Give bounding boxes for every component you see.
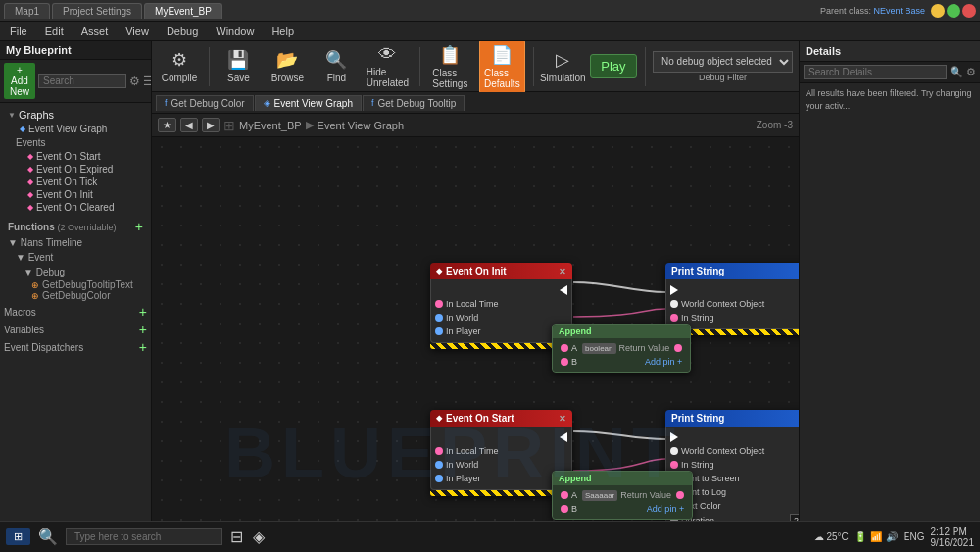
parent-class-info: Parent class: NEvent Base [820, 6, 925, 16]
class-settings-button[interactable]: 📋 Class Settings [427, 41, 473, 94]
tab-bar: f Get Debug Color ◈ Event View Graph f G… [152, 92, 799, 114]
nans-event-label: ▼ Event [4, 250, 147, 265]
start-button[interactable]: ⊞ [6, 528, 30, 545]
taskbar-sys-icons: 🔋 📶 🔊 [855, 531, 898, 542]
blueprint-canvas[interactable]: ◆ Event On Init ✕ In Local Time [152, 137, 799, 552]
menu-debug[interactable]: Debug [163, 24, 202, 39]
add-function-button[interactable]: + [135, 220, 143, 233]
details-search-bar: 🔍 ⚙ [800, 62, 980, 83]
breadcrumb-bar: ★ ◀ ▶ ⊞ MyEvent_BP ▶ Event View Graph Zo… [152, 114, 799, 137]
menu-help[interactable]: Help [268, 24, 298, 39]
menu-asset[interactable]: Asset [77, 24, 113, 39]
append-2-node[interactable]: Append A Saaaaar Return Value B Add pin … [552, 471, 693, 520]
in-string-pin-1: In String [666, 311, 799, 325]
append2-a-dot [561, 491, 568, 499]
add-pin-btn-2[interactable]: Add pin + [647, 504, 684, 514]
details-settings-icon[interactable]: ⚙ [966, 66, 976, 78]
right-panel: Details 🔍 ⚙ All results have been filter… [799, 41, 980, 552]
in-world-start-dot [435, 461, 443, 469]
event-on-expired[interactable]: ◆ Event On Expired [12, 163, 147, 176]
in-player-pin: In Player [431, 325, 571, 338]
title-tab-project-settings[interactable]: Project Settings [52, 3, 142, 19]
append-1-body: A boolean Return Value B Add pin + [553, 338, 690, 372]
details-search-icon[interactable]: 🔍 [950, 66, 963, 78]
find-button[interactable]: 🔍 Find [315, 44, 358, 88]
title-tab-myevent-bp[interactable]: MyEvent_BP [144, 3, 222, 19]
add-variable-button[interactable]: + [139, 323, 147, 336]
tab-get-debug-tooltip[interactable]: f Get Debug Tooltip [363, 95, 465, 111]
compile-button[interactable]: ⚙ Compile [158, 44, 201, 88]
print-string-1-title: Print String [671, 266, 724, 276]
tab-fn-icon-1: f [165, 98, 168, 108]
details-search-input[interactable] [804, 65, 947, 79]
menu-file[interactable]: File [6, 24, 31, 39]
debug-filter-area: No debug object selected Debug Filter [653, 51, 793, 82]
print-string-1-header: Print String ▶ [665, 263, 799, 279]
tab-event-view-graph[interactable]: ◈ Event View Graph [255, 95, 362, 111]
minimize-button[interactable] [931, 4, 945, 18]
event-on-cleared[interactable]: ◆ Event On Cleared [12, 201, 147, 214]
add-dispatcher-button[interactable]: + [139, 340, 147, 354]
forward-button[interactable]: ▶ [202, 118, 220, 132]
event-on-start-header: ◆ Event On Start ✕ [430, 410, 572, 427]
add-new-button[interactable]: + Add New [4, 63, 35, 99]
star-button[interactable]: ★ [158, 118, 176, 132]
debug-object-select[interactable]: No debug object selected [653, 51, 793, 73]
variables-section: Variables + [0, 321, 151, 338]
event-on-init[interactable]: ◆ Event On Init [12, 188, 147, 201]
in-world-start: In World [431, 458, 571, 472]
browse-button[interactable]: 📂 Browse [266, 44, 309, 88]
my-blueprint-label: My Blueprint [6, 44, 72, 56]
my-blueprint-header: My Blueprint [0, 41, 151, 60]
taskbar-search-input[interactable] [66, 528, 222, 545]
print-string-2-title: Print String [671, 413, 724, 424]
event-view-graph-item[interactable]: ◆ Event View Graph [4, 123, 147, 135]
class-defaults-icon: 📄 [491, 44, 513, 66]
taskbar-task-view-icon[interactable]: ⊟ [228, 526, 245, 548]
maximize-button[interactable] [947, 4, 960, 18]
left-search-input[interactable] [38, 74, 126, 88]
close-button[interactable] [962, 4, 976, 18]
view-icon[interactable]: ☰ [143, 75, 152, 88]
hide-icon: 👁 [378, 44, 396, 65]
menu-edit[interactable]: Edit [41, 24, 68, 39]
add-pin-btn[interactable]: Add pin + [645, 357, 682, 367]
back-button[interactable]: ◀ [180, 118, 198, 132]
dispatchers-section: Event Dispatchers + [0, 338, 151, 356]
event-on-tick[interactable]: ◆ Event On Tick [12, 176, 147, 188]
close-start-btn[interactable]: ✕ [559, 414, 566, 424]
add-macro-button[interactable]: + [139, 305, 147, 319]
simulation-button[interactable]: ▷ Simulation [541, 44, 584, 88]
sound-icon: 🔊 [886, 531, 898, 542]
menu-bar: File Edit Asset View Debug Window Help [0, 22, 980, 41]
title-tab-map1[interactable]: Map1 [4, 3, 50, 19]
return-value-2-label: Return Value [620, 490, 671, 500]
in-local-time-pin: In Local Time [431, 297, 571, 311]
debug-filter-label: Debug Filter [699, 73, 747, 82]
get-debug-tooltip-item[interactable]: ⊕ GetDebugTooltipText [4, 279, 147, 290]
play-button[interactable]: Play [590, 54, 636, 78]
wifi-icon: 📶 [870, 531, 882, 542]
append-1-header: Append [553, 325, 690, 338]
graphs-header[interactable]: ▼ Graphs [4, 107, 147, 123]
unreal-engine-icon[interactable]: ◈ [251, 526, 267, 548]
return-dot [674, 344, 682, 352]
class-defaults-button[interactable]: 📄 Class Defaults [479, 41, 525, 94]
get-debug-color-item[interactable]: ⊕ GetDebugColor [4, 290, 147, 301]
nans-timeline-label: ▼ Nans Timeline [4, 235, 147, 250]
save-button[interactable]: 💾 Save [217, 44, 260, 88]
simulation-icon: ▷ [556, 49, 569, 71]
append2-a-pin: A Saaaaar Return Value [557, 488, 688, 502]
taskbar-weather: ☁ 25°C [814, 531, 849, 542]
event-on-start[interactable]: ◆ Event On Start [12, 150, 147, 163]
menu-view[interactable]: View [122, 24, 153, 39]
hide-unrelated-button[interactable]: 👁 Hide Unrelated [364, 41, 411, 93]
close-node-btn[interactable]: ✕ [559, 267, 566, 276]
browse-icon: 📂 [276, 49, 298, 71]
append-2-body: A Saaaaar Return Value B Add pin + [553, 485, 692, 519]
settings-icon[interactable]: ⚙ [129, 75, 140, 88]
menu-window[interactable]: Window [212, 24, 258, 39]
graphs-section: ▼ Graphs ◆ Event View Graph Events ◆ Eve… [0, 105, 151, 216]
tab-get-debug-color[interactable]: f Get Debug Color [156, 95, 254, 111]
append-1-node[interactable]: Append A boolean Return Value B Add pin … [552, 324, 691, 373]
